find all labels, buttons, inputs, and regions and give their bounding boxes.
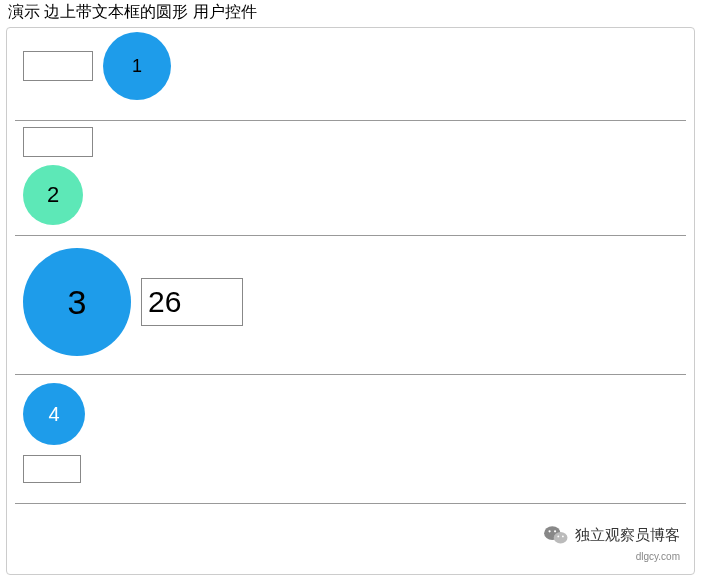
textbox-input-1[interactable] — [24, 52, 92, 80]
textbox-value-3: 26 — [148, 285, 181, 318]
textbox-3[interactable]: 26 — [141, 278, 243, 326]
row-2: 2 — [15, 121, 686, 236]
row-4: 4 — [15, 375, 686, 504]
watermark-text: 独立观察员博客 — [575, 526, 680, 545]
svg-point-1 — [554, 532, 568, 544]
circle-3[interactable]: 3 — [23, 248, 131, 356]
circle-label-1: 1 — [132, 56, 142, 77]
circle-label-3: 3 — [68, 283, 87, 322]
row-3: 3 26 — [15, 236, 686, 375]
svg-point-5 — [562, 535, 564, 537]
demo-container: 1 2 3 26 4 — [6, 27, 695, 575]
watermark-sub: dlgcy.com — [636, 551, 680, 562]
svg-point-3 — [554, 530, 556, 532]
page-title: 演示 边上带文本框的圆形 用户控件 — [0, 0, 701, 25]
svg-point-4 — [557, 535, 559, 537]
circle-1[interactable]: 1 — [103, 32, 171, 100]
textbox-input-4[interactable] — [24, 456, 80, 482]
watermark: 独立观察员博客 — [543, 524, 680, 546]
textbox-input-2[interactable] — [24, 128, 92, 156]
textbox-4[interactable] — [23, 455, 81, 483]
textbox-2[interactable] — [23, 127, 93, 157]
wechat-icon — [543, 524, 569, 546]
circle-2[interactable]: 2 — [23, 165, 83, 225]
circle-4[interactable]: 4 — [23, 383, 85, 445]
row-1: 1 — [15, 28, 686, 121]
circle-label-4: 4 — [48, 403, 59, 426]
textbox-1[interactable] — [23, 51, 93, 81]
circle-label-2: 2 — [47, 182, 59, 208]
svg-point-2 — [548, 530, 550, 532]
